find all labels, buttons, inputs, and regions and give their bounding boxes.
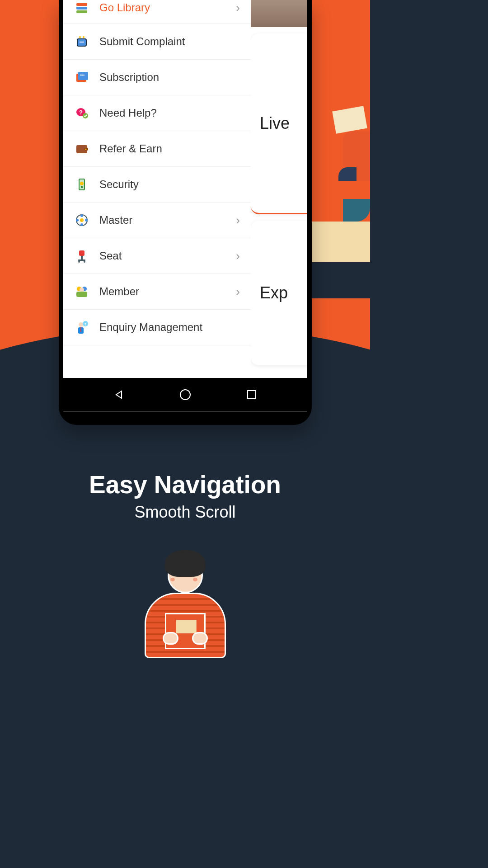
svg-point-17 [80,182,84,185]
chevron-right-icon: › [236,213,240,227]
phone-mockup-frame: Live Exp Go Library › Submit Complaint [59,0,312,425]
wallet-icon [74,141,89,156]
menu-item-member[interactable]: Member › [63,274,251,310]
live-card[interactable]: Live [251,33,307,214]
chevron-right-icon: › [236,285,240,299]
menu-item-subscription[interactable]: Subscription [63,60,251,95]
svg-point-28 [78,261,80,263]
seat-icon [74,248,89,264]
svg-point-15 [85,149,87,150]
svg-rect-9 [80,75,84,75]
svg-point-34 [79,322,83,327]
subscription-icon [74,70,89,85]
svg-text:?: ? [79,109,83,116]
svg-point-32 [80,288,84,292]
svg-rect-27 [78,259,85,261]
svg-rect-2 [76,10,87,13]
chevron-right-icon: › [236,1,240,15]
books-icon [74,0,89,15]
reading-character-illustration [138,550,233,658]
member-icon [74,284,89,299]
menu-item-label: Subscription [99,71,240,84]
navigation-drawer[interactable]: Go Library › Submit Complaint Subscripti… [63,0,251,378]
live-card-label: Live [260,114,290,133]
android-back-button[interactable] [111,387,127,403]
chevron-right-icon: › [236,249,240,263]
svg-rect-33 [76,292,87,297]
menu-item-label: Master [99,214,236,226]
menu-item-need-help[interactable]: ? Need Help? [63,95,251,131]
svg-rect-0 [76,3,87,6]
svg-rect-8 [78,72,88,80]
menu-item-master[interactable]: Master › [63,203,251,238]
menu-item-label: Submit Complaint [99,35,240,48]
enquiry-icon: ? [74,320,89,335]
menu-item-label: Seat [99,250,236,262]
menu-item-label: Refer & Earn [99,142,240,155]
svg-point-22 [80,223,83,226]
exp-card[interactable]: Exp [251,221,307,365]
svg-point-5 [83,36,84,38]
android-home-button[interactable] [177,387,193,403]
menu-item-submit-complaint[interactable]: Submit Complaint [63,24,251,60]
svg-rect-40 [248,391,256,399]
svg-rect-6 [80,42,84,42]
phone-screen: Live Exp Go Library › Submit Complaint [63,0,307,378]
svg-rect-18 [81,186,83,188]
peek-header-image [251,0,307,27]
svg-point-23 [76,219,79,222]
promo-title: Easy Navigation [0,470,370,499]
svg-rect-25 [79,250,84,256]
security-icon [74,177,89,192]
svg-point-20 [80,218,84,222]
svg-text:?: ? [84,322,87,326]
menu-item-seat[interactable]: Seat › [63,238,251,274]
menu-item-label: Go Library [99,1,236,14]
book-stack-illustration [311,172,370,298]
svg-point-24 [85,219,88,222]
svg-point-29 [84,261,85,263]
promo-subtitle: Smooth Scroll [0,503,370,522]
menu-item-enquiry-management[interactable]: ? Enquiry Management [63,310,251,345]
content-peek-area: Live Exp [251,0,307,378]
svg-rect-1 [76,7,87,9]
svg-point-21 [80,214,83,217]
svg-rect-26 [81,256,83,259]
master-icon [74,212,89,228]
menu-item-security[interactable]: Security [63,167,251,203]
menu-item-label: Member [99,285,236,298]
svg-point-4 [79,36,81,38]
svg-rect-36 [80,327,81,332]
reader-illustration [325,90,370,181]
complaint-icon [74,34,89,49]
menu-item-refer-earn[interactable]: Refer & Earn [63,131,251,167]
menu-item-label: Need Help? [99,107,240,119]
android-recent-button[interactable] [244,387,260,403]
menu-item-label: Security [99,178,240,191]
android-navigation-bar [63,378,307,412]
menu-item-go-library[interactable]: Go Library › [63,0,251,24]
menu-item-label: Enquiry Management [99,321,240,334]
help-icon: ? [74,105,89,121]
exp-card-label: Exp [260,283,288,302]
promo-title-area: Easy Navigation Smooth Scroll [0,470,370,522]
svg-point-39 [180,390,190,400]
